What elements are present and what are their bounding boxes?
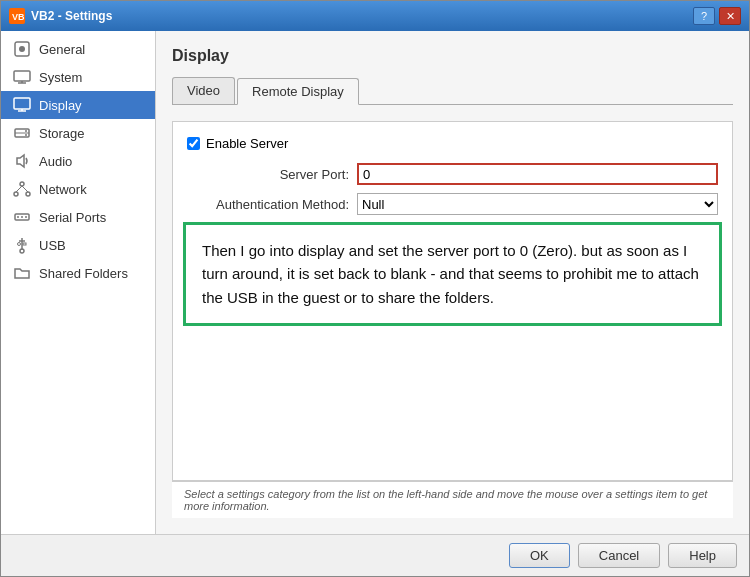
svg-point-28 bbox=[20, 249, 24, 253]
svg-marker-14 bbox=[17, 155, 24, 167]
auth-method-label: Authentication Method: bbox=[187, 197, 357, 212]
system-icon bbox=[13, 68, 31, 86]
auth-method-row: Authentication Method: Null External Gue… bbox=[187, 193, 718, 215]
ok-button[interactable]: OK bbox=[509, 543, 570, 568]
sidebar-label-storage: Storage bbox=[39, 126, 85, 141]
content-area: Display Video Remote Display Enable Serv… bbox=[156, 31, 749, 534]
svg-point-13 bbox=[25, 134, 27, 136]
svg-line-19 bbox=[22, 186, 28, 192]
sidebar-label-network: Network bbox=[39, 182, 87, 197]
annotation-box: Then I go into display and set the serve… bbox=[183, 222, 722, 326]
enable-server-label: Enable Server bbox=[206, 136, 288, 151]
sidebar-label-audio: Audio bbox=[39, 154, 72, 169]
serial-ports-icon bbox=[13, 208, 31, 226]
sidebar-label-system: System bbox=[39, 70, 82, 85]
audio-icon bbox=[13, 152, 31, 170]
help-title-button[interactable]: ? bbox=[693, 7, 715, 25]
window-title: VB2 - Settings bbox=[31, 9, 112, 23]
sidebar-item-general[interactable]: General bbox=[1, 35, 155, 63]
enable-server-row: Enable Server bbox=[187, 136, 718, 151]
sidebar-item-audio[interactable]: Audio bbox=[1, 147, 155, 175]
title-bar-left: VB VB2 - Settings bbox=[9, 8, 112, 24]
sidebar-item-shared-folders[interactable]: Shared Folders bbox=[1, 259, 155, 287]
network-icon bbox=[13, 180, 31, 198]
svg-point-23 bbox=[25, 216, 27, 218]
usb-icon bbox=[13, 236, 31, 254]
status-text: Select a settings category from the list… bbox=[184, 488, 707, 512]
svg-point-17 bbox=[26, 192, 30, 196]
sidebar: General System bbox=[1, 31, 156, 534]
tab-bar: Video Remote Display bbox=[172, 77, 733, 105]
server-port-row: Server Port: bbox=[187, 163, 718, 185]
page-title: Display bbox=[172, 47, 733, 65]
sidebar-item-usb[interactable]: USB bbox=[1, 231, 155, 259]
cancel-button[interactable]: Cancel bbox=[578, 543, 660, 568]
status-bar: Select a settings category from the list… bbox=[172, 481, 733, 518]
main-content: General System bbox=[1, 31, 749, 534]
svg-rect-4 bbox=[14, 71, 30, 81]
general-icon bbox=[13, 40, 31, 58]
app-icon: VB bbox=[9, 8, 25, 24]
bottom-bar: OK Cancel Help bbox=[1, 534, 749, 576]
server-port-label: Server Port: bbox=[187, 167, 357, 182]
svg-point-22 bbox=[21, 216, 23, 218]
form-section: Enable Server Server Port: Authenticatio… bbox=[172, 121, 733, 481]
svg-point-12 bbox=[25, 130, 27, 132]
auth-method-select[interactable]: Null External Guest bbox=[357, 193, 718, 215]
tab-video[interactable]: Video bbox=[172, 77, 235, 104]
sidebar-label-shared-folders: Shared Folders bbox=[39, 266, 128, 281]
title-bar-controls: ? ✕ bbox=[693, 7, 741, 25]
tab-remote-display[interactable]: Remote Display bbox=[237, 78, 359, 105]
display-icon bbox=[13, 96, 31, 114]
svg-point-16 bbox=[14, 192, 18, 196]
svg-point-15 bbox=[20, 182, 24, 186]
svg-text:VB: VB bbox=[12, 12, 25, 22]
sidebar-item-serial-ports[interactable]: Serial Ports bbox=[1, 203, 155, 231]
svg-line-18 bbox=[16, 186, 22, 192]
sidebar-label-general: General bbox=[39, 42, 85, 57]
svg-point-3 bbox=[19, 46, 25, 52]
sidebar-label-serial-ports: Serial Ports bbox=[39, 210, 106, 225]
svg-point-26 bbox=[18, 243, 21, 246]
settings-window: VB VB2 - Settings ? ✕ General bbox=[0, 0, 750, 577]
sidebar-item-storage[interactable]: Storage bbox=[1, 119, 155, 147]
annotation-text: Then I go into display and set the serve… bbox=[202, 242, 699, 306]
enable-server-checkbox[interactable] bbox=[187, 137, 200, 150]
sidebar-label-display: Display bbox=[39, 98, 82, 113]
sidebar-item-display[interactable]: Display bbox=[1, 91, 155, 119]
svg-point-21 bbox=[17, 216, 19, 218]
sidebar-item-system[interactable]: System bbox=[1, 63, 155, 91]
sidebar-item-network[interactable]: Network bbox=[1, 175, 155, 203]
server-port-input[interactable] bbox=[357, 163, 718, 185]
storage-icon bbox=[13, 124, 31, 142]
close-button[interactable]: ✕ bbox=[719, 7, 741, 25]
svg-rect-7 bbox=[14, 98, 30, 109]
sidebar-label-usb: USB bbox=[39, 238, 66, 253]
help-button[interactable]: Help bbox=[668, 543, 737, 568]
shared-folders-icon bbox=[13, 264, 31, 282]
svg-rect-27 bbox=[23, 243, 26, 245]
title-bar: VB VB2 - Settings ? ✕ bbox=[1, 1, 749, 31]
